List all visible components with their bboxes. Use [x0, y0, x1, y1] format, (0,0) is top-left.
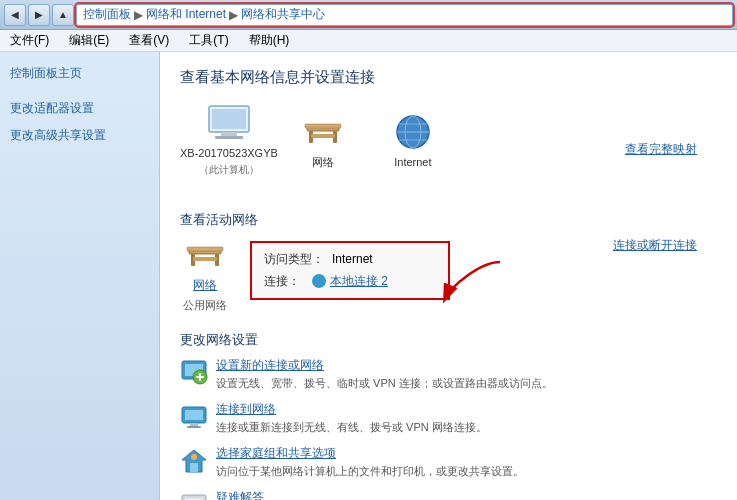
network-icon	[297, 111, 349, 151]
network-type: 公用网络	[183, 298, 227, 313]
setting-desc-0: 设置无线、宽带、拨号、临时或 VPN 连接；或设置路由器或访问点。	[216, 376, 717, 391]
setting-text-0: 设置新的连接或网络 设置无线、宽带、拨号、临时或 VPN 连接；或设置路由器或访…	[216, 357, 717, 391]
active-network-section: 查看活动网络 网络 公用网络	[180, 211, 717, 319]
more-settings-section: 更改网络设置 设置新的连接或网络 设置无线、宽带、拨号、临时或 VPN 连接；或…	[180, 331, 717, 500]
svg-rect-28	[187, 426, 201, 428]
nav-controls: ◀ ▶ ▲ 控制面板 ▶ 网络和 Internet ▶ 网络和共享中心	[4, 4, 733, 26]
svg-rect-17	[193, 257, 217, 261]
sidebar: 控制面板主页 更改适配器设置 更改高级共享设置	[0, 52, 160, 500]
setting-link-0[interactable]: 设置新的连接或网络	[216, 357, 717, 374]
menu-tools[interactable]: 工具(T)	[185, 30, 232, 51]
network-status-box: 访问类型： Internet 连接： 本地连接 2	[250, 241, 450, 300]
node-computer-sublabel: （此计算机）	[199, 163, 259, 177]
sidebar-item-adapter[interactable]: 更改适配器设置	[0, 95, 159, 122]
content-area: 查看基本网络信息并设置连接	[160, 52, 737, 500]
breadcrumb-part3: 网络和共享中心	[241, 6, 325, 23]
active-network-title: 查看活动网络	[180, 211, 717, 229]
setting-link-2[interactable]: 选择家庭组和共享选项	[216, 445, 717, 462]
globe-icon	[387, 112, 439, 152]
svg-rect-27	[190, 423, 198, 426]
svg-rect-30	[190, 463, 198, 472]
up-button[interactable]: ▲	[52, 4, 74, 26]
homegroup-icon	[180, 447, 208, 475]
node-computer-label: XB-20170523XGYB	[180, 147, 278, 159]
setting-item-0: 设置新的连接或网络 设置无线、宽带、拨号、临时或 VPN 连接；或设置路由器或访…	[180, 357, 717, 391]
active-network-item: 网络 公用网络	[180, 237, 230, 313]
svg-rect-7	[311, 134, 335, 138]
local-connection-link[interactable]: 本地连接 2	[312, 271, 388, 293]
menu-help[interactable]: 帮助(H)	[245, 30, 294, 51]
svg-rect-2	[221, 132, 237, 136]
connection-row: 连接： 本地连接 2	[264, 271, 436, 293]
troubleshoot-icon: !	[180, 491, 208, 500]
setting-link-3[interactable]: 疑难解答	[216, 489, 717, 500]
breadcrumb-sep2: ▶	[229, 8, 238, 22]
title-bar: ◀ ▶ ▲ 控制面板 ▶ 网络和 Internet ▶ 网络和共享中心	[0, 0, 737, 30]
setting-item-1: 连接到网络 连接或重新连接到无线、有线、拨号或 VPN 网络连接。	[180, 401, 717, 435]
computer-icon	[203, 103, 255, 143]
setting-text-3: 疑难解答 诊断并修复网络问题，或获得故障排除信息。	[216, 489, 717, 500]
red-arrow	[440, 257, 520, 310]
setting-item-2: 选择家庭组和共享选项 访问位于某他网络计算机上的文件和打印机，或更改共享设置。	[180, 445, 717, 479]
node-network: 网络	[278, 111, 368, 170]
connection-value: 本地连接 2	[330, 271, 388, 293]
svg-rect-1	[212, 109, 246, 129]
menu-bar: 文件(F) 编辑(E) 查看(V) 工具(T) 帮助(H)	[0, 30, 737, 52]
svg-rect-3	[215, 136, 243, 139]
access-type-row: 访问类型： Internet	[264, 249, 436, 271]
access-type-value: Internet	[332, 249, 373, 271]
setting-desc-2: 访问位于某他网络计算机上的文件和打印机，或更改共享设置。	[216, 464, 717, 479]
setting-link-1[interactable]: 连接到网络	[216, 401, 717, 418]
sidebar-item-advanced-sharing[interactable]: 更改高级共享设置	[0, 122, 159, 149]
svg-rect-8	[305, 124, 341, 128]
svg-rect-18	[187, 247, 223, 251]
setting-item-3: ! 疑难解答 诊断并修复网络问题，或获得故障排除信息。	[180, 489, 717, 500]
access-type-label: 访问类型：	[264, 249, 324, 271]
setting-text-2: 选择家庭组和共享选项 访问位于某他网络计算机上的文件和打印机，或更改共享设置。	[216, 445, 717, 479]
breadcrumb-part1: 控制面板	[83, 6, 131, 23]
main-layout: 控制面板主页 更改适配器设置 更改高级共享设置 查看基本网络信息并设置连接	[0, 52, 737, 500]
breadcrumb[interactable]: 控制面板 ▶ 网络和 Internet ▶ 网络和共享中心	[76, 4, 733, 26]
node-computer: XB-20170523XGYB （此计算机）	[180, 103, 278, 177]
connection-label: 连接：	[264, 271, 304, 293]
setting-desc-1: 连接或重新连接到无线、有线、拨号或 VPN 网络连接。	[216, 420, 717, 435]
node-internet-label: Internet	[394, 156, 431, 168]
breadcrumb-part2: 网络和 Internet	[146, 6, 226, 23]
disconnect-link[interactable]: 连接或断开连接	[613, 237, 697, 254]
node-network-label: 网络	[312, 155, 334, 170]
network-icon-box: 网络 公用网络	[180, 237, 230, 313]
page-title: 查看基本网络信息并设置连接	[180, 68, 717, 87]
setting-text-1: 连接到网络 连接或重新连接到无线、有线、拨号或 VPN 网络连接。	[216, 401, 717, 435]
connect-network-icon	[180, 403, 208, 431]
node-internet: Internet	[368, 112, 458, 168]
menu-edit[interactable]: 编辑(E)	[65, 30, 113, 51]
breadcrumb-sep1: ▶	[134, 8, 143, 22]
svg-rect-26	[185, 410, 203, 420]
forward-button[interactable]: ▶	[28, 4, 50, 26]
connection-dot-icon	[312, 274, 326, 288]
network-name-link[interactable]: 网络	[193, 277, 217, 294]
network-diagram: XB-20170523XGYB （此计算机）	[180, 103, 458, 177]
sidebar-item-home[interactable]: 控制面板主页	[0, 60, 159, 87]
new-connection-icon	[180, 359, 208, 387]
more-settings-title: 更改网络设置	[180, 331, 717, 349]
back-button[interactable]: ◀	[4, 4, 26, 26]
network-diagram-wrapper: XB-20170523XGYB （此计算机）	[180, 103, 717, 195]
menu-file[interactable]: 文件(F)	[6, 30, 53, 51]
svg-point-31	[191, 454, 197, 460]
view-full-map-link[interactable]: 查看完整映射	[625, 141, 697, 158]
menu-view[interactable]: 查看(V)	[125, 30, 173, 51]
